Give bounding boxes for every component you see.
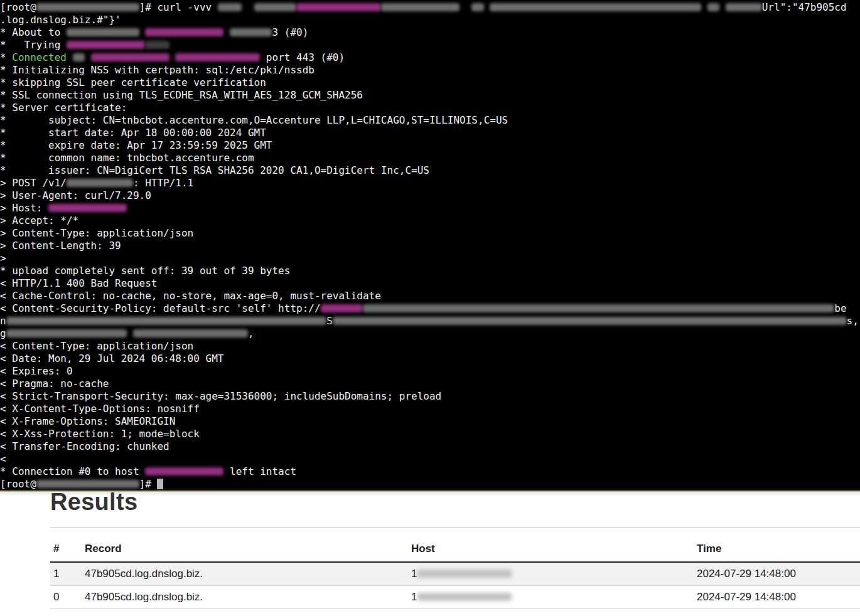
terminal-line: < bbox=[0, 453, 860, 465]
terminal-text: < Cache-Control: no-cache, no-store, max… bbox=[0, 290, 381, 302]
terminal-line: < X-Xss-Protection: 1; mode=block bbox=[0, 428, 860, 440]
terminal-text: < HTTP/1.1 400 Bad Request bbox=[0, 277, 157, 289]
terminal-text: * skipping SSL peer certificate verifica… bbox=[0, 77, 266, 88]
divider bbox=[50, 527, 860, 528]
terminal-text: > Content-Length: 39 bbox=[0, 240, 121, 252]
host-value: 1 bbox=[411, 562, 697, 586]
results-table: # Record Host Time 147b905cd.log.dnslog.… bbox=[50, 535, 860, 609]
redacted-text bbox=[67, 28, 139, 36]
terminal-text bbox=[139, 26, 146, 38]
redacted-text bbox=[36, 3, 139, 11]
redacted-text bbox=[726, 3, 762, 11]
redacted-text bbox=[36, 480, 139, 488]
terminal-text: S bbox=[326, 315, 333, 327]
terminal-text: * Trying bbox=[0, 39, 67, 51]
terminal-text bbox=[169, 51, 176, 63]
terminal-text: < Pragma: no-cache bbox=[0, 378, 109, 390]
table-row: 047b905cd.log.dnslog.biz.12024-07-29 14:… bbox=[50, 586, 860, 609]
host-visible-prefix: 1 bbox=[411, 568, 417, 580]
row-index: 1 bbox=[50, 562, 85, 586]
terminal-text bbox=[242, 1, 254, 13]
terminal-text: < Expires: 0 bbox=[0, 365, 73, 377]
redacted-text bbox=[6, 317, 327, 325]
column-header-time: Time bbox=[697, 535, 860, 562]
terminal-text: * expire date: Apr 17 23:59:59 2025 GMT bbox=[0, 139, 272, 151]
terminal-text bbox=[85, 51, 91, 63]
terminal-text: s, bbox=[847, 315, 859, 327]
redacted-ip-highlight bbox=[48, 204, 127, 212]
terminal-text: < Date: Mon, 29 Jul 2024 06:48:00 GMT bbox=[0, 353, 223, 364]
redacted-text bbox=[333, 317, 847, 325]
terminal-window[interactable]: [root@]# curl -vvv Url":"47b905cd.log.dn… bbox=[0, 0, 860, 492]
time-value: 2024-07-29 14:48:00 bbox=[697, 562, 860, 586]
terminal-line: * Server certificate: bbox=[0, 102, 860, 114]
terminal-text: * subject: CN=tnbcbot.accenture.com,O=Ac… bbox=[0, 114, 508, 126]
terminal-text: ]# curl -vvv bbox=[139, 1, 218, 13]
terminal-text: > User-Agent: curl/7.29.0 bbox=[0, 189, 151, 201]
terminal-line: * Initializing NSS with certpath: sql:/e… bbox=[0, 64, 860, 77]
time-value: 2024-07-29 14:48:00 bbox=[697, 586, 860, 609]
redacted-ip-highlight bbox=[67, 41, 145, 49]
column-header-host: Host bbox=[411, 535, 697, 562]
redacted-ip-highlight bbox=[175, 53, 260, 61]
terminal-text: g bbox=[0, 327, 6, 339]
terminal-text: < Content-Type: application/json bbox=[0, 340, 193, 352]
redacted-text bbox=[6, 329, 127, 337]
terminal-line: > Host: bbox=[0, 202, 860, 215]
terminal-text bbox=[484, 1, 490, 13]
terminal-line: * skipping SSL peer certificate verifica… bbox=[0, 77, 860, 89]
row-index: 0 bbox=[50, 586, 85, 609]
redacted-text bbox=[230, 28, 272, 36]
terminal-line: * subject: CN=tnbcbot.accenture.com,O=Ac… bbox=[0, 114, 860, 127]
terminal-line: > Accept: */* bbox=[0, 215, 860, 227]
redacted-host bbox=[417, 570, 512, 578]
redacted-ip-highlight bbox=[145, 28, 223, 36]
redacted-host bbox=[417, 593, 512, 601]
terminal-text: < X-Frame-Options: SAMEORIGIN bbox=[0, 415, 175, 427]
terminal-text: > POST /v1/ bbox=[0, 177, 67, 189]
redacted-text bbox=[254, 3, 296, 11]
terminal-line: < X-Content-Type-Options: nosniff bbox=[0, 403, 860, 415]
host-value: 1 bbox=[411, 586, 697, 609]
terminal-text: > Host: bbox=[0, 202, 48, 214]
terminal-text: * start date: Apr 18 00:00:00 2024 GMT bbox=[0, 127, 266, 139]
terminal-text: port 443 (#0) bbox=[260, 51, 345, 63]
terminal-text: < Strict-Transport-Security: max-age=315… bbox=[0, 390, 441, 402]
terminal-line: < Pragma: no-cache bbox=[0, 378, 860, 390]
terminal-text: < X-Xss-Protection: 1; mode=block bbox=[0, 428, 200, 440]
terminal-text: > Accept: */* bbox=[0, 215, 78, 226]
terminal-text bbox=[719, 1, 726, 13]
host-visible-prefix: 1 bbox=[411, 591, 417, 603]
terminal-line: * common name: tnbcbot.accenture.com bbox=[0, 152, 860, 164]
terminal-line: > Content-Length: 39 bbox=[0, 240, 860, 252]
terminal-line: < Expires: 0 bbox=[0, 365, 860, 378]
terminal-text: 3 (#0) bbox=[272, 26, 308, 38]
terminal-cursor bbox=[157, 479, 163, 489]
terminal-line: > Content-Type: application/json bbox=[0, 227, 860, 240]
terminal-line: > POST /v1/: HTTP/1.1 bbox=[0, 177, 860, 189]
terminal-text bbox=[460, 1, 471, 13]
terminal-text: * issuer: CN=DigiCert TLS RSA SHA256 202… bbox=[0, 164, 429, 176]
redacted-text bbox=[67, 179, 133, 187]
terminal-text: * About to bbox=[0, 26, 67, 38]
terminal-line: < Content-Type: application/json bbox=[0, 340, 860, 353]
redacted-text bbox=[381, 3, 460, 11]
terminal-line: nSs, bbox=[0, 315, 860, 327]
terminal-text: > bbox=[0, 252, 6, 264]
terminal-line: * issuer: CN=DigiCert TLS RSA SHA256 202… bbox=[0, 164, 860, 177]
redacted-ip-highlight bbox=[321, 304, 363, 312]
terminal-line: * Connection #0 to host left intact bbox=[0, 465, 860, 478]
terminal-text: < Transfer-Encoding: chunked bbox=[0, 440, 169, 452]
record-value: 47b905cd.log.dnslog.biz. bbox=[85, 586, 411, 609]
terminal-text: n bbox=[0, 315, 6, 327]
terminal-text: * SSL connection using TLS_ECDHE_RSA_WIT… bbox=[0, 89, 363, 101]
redacted-ip-highlight bbox=[91, 53, 169, 61]
terminal-line: * Connected port 443 (#0) bbox=[0, 51, 860, 64]
terminal-text: , bbox=[248, 327, 254, 339]
terminal-line: * About to 3 (#0) bbox=[0, 26, 860, 39]
terminal-line: < HTTP/1.1 400 Bad Request bbox=[0, 277, 860, 290]
redacted-text bbox=[133, 329, 248, 337]
redacted-ip-highlight bbox=[296, 3, 381, 11]
terminal-text: .log.dnslog.biz.#"}' bbox=[0, 14, 121, 26]
terminal-text: [root@ bbox=[0, 1, 36, 13]
